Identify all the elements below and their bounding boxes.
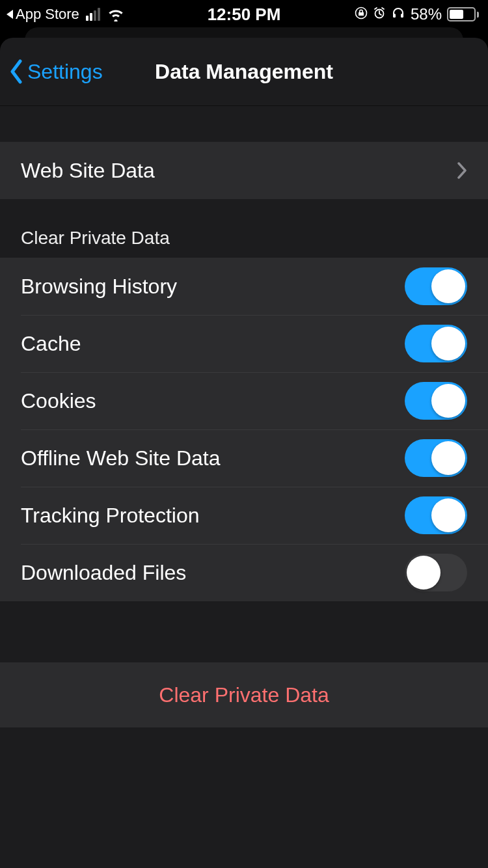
headphones-icon [391,5,405,23]
toggle-knob [431,269,465,303]
wifi-icon [107,7,125,21]
settings-sheet: Settings Data Management Web Site Data C… [0,38,488,868]
toggle-label: Cache [21,332,81,356]
toggle-label: Browsing History [21,275,177,299]
back-to-app-link[interactable]: App Store [7,6,79,23]
back-to-app-label: App Store [16,6,79,23]
toggle-row-tracking-protection: Tracking Protection [0,487,488,544]
toggle-label: Cookies [21,389,96,413]
web-site-data-label: Web Site Data [21,159,155,183]
battery-icon [447,7,479,21]
battery-percentage: 58% [411,5,442,23]
page-title: Data Management [155,60,333,84]
alarm-icon [373,5,386,23]
toggle-row-downloaded-files: Downloaded Files [0,544,488,601]
toggle-switch-cookies[interactable] [405,382,467,420]
toggle-row-cache: Cache [0,315,488,372]
orientation-lock-icon [355,5,368,23]
status-bar: App Store 12:50 PM 58% [0,0,488,29]
toggle-switch-offline-web-site-data[interactable] [405,439,467,477]
clear-private-data-button-label: Clear Private Data [159,683,329,707]
clear-private-data-header: Clear Private Data [0,199,488,258]
toggle-label: Tracking Protection [21,504,199,528]
toggle-knob [431,327,465,360]
back-triangle-icon [7,10,13,19]
status-time: 12:50 PM [208,5,281,25]
toggle-switch-downloaded-files[interactable] [405,554,467,591]
chevron-right-icon [457,161,467,180]
clear-data-toggle-list: Browsing HistoryCacheCookiesOffline Web … [0,258,488,601]
cellular-signal-icon [86,8,100,21]
toggle-switch-cache[interactable] [405,325,467,362]
toggle-label: Offline Web Site Data [21,446,221,470]
svg-rect-2 [393,14,396,18]
section-spacer [0,601,488,662]
toggle-switch-browsing-history[interactable] [405,267,467,305]
toggle-row-offline-web-site-data: Offline Web Site Data [0,429,488,487]
toggle-label: Downloaded Files [21,561,186,585]
back-label: Settings [27,60,103,84]
clear-private-data-button[interactable]: Clear Private Data [0,662,488,727]
web-site-data-row[interactable]: Web Site Data [0,142,488,199]
toggle-knob [407,556,441,590]
section-spacer [0,106,488,142]
toggle-switch-tracking-protection[interactable] [405,496,467,534]
toggle-row-cookies: Cookies [0,372,488,429]
svg-rect-3 [401,14,403,18]
back-button[interactable]: Settings [0,59,103,84]
toggle-row-browsing-history: Browsing History [0,258,488,315]
toggle-knob [431,441,465,475]
toggle-knob [431,498,465,532]
nav-bar: Settings Data Management [0,38,488,106]
toggle-knob [431,384,465,418]
chevron-left-icon [9,59,23,84]
